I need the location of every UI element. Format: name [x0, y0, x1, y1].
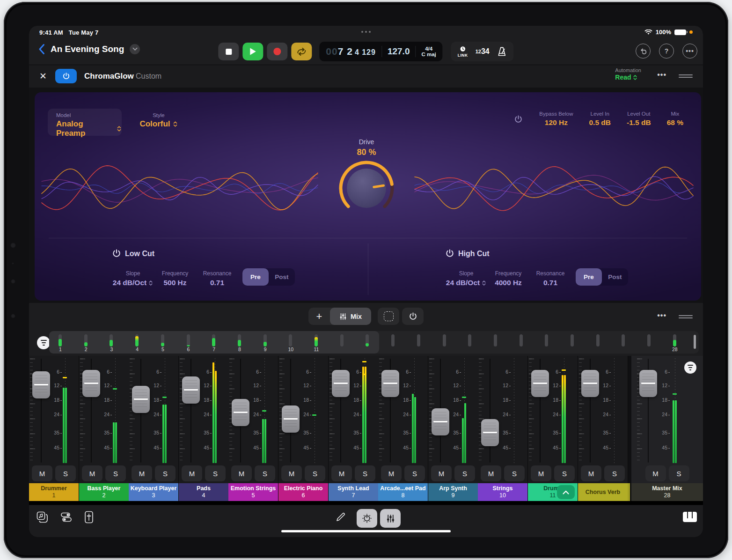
overview-track-meter[interactable]: [110, 334, 113, 346]
solo-button[interactable]: S: [454, 465, 475, 481]
mix-view-button[interactable]: Mix: [330, 308, 371, 325]
metronome-icon[interactable]: [497, 46, 507, 57]
high-cut-frequency-control[interactable]: Frequency 4000 Hz: [485, 270, 532, 287]
overview-track-meter[interactable]: [161, 334, 164, 346]
solo-button[interactable]: S: [604, 465, 625, 481]
plugin-power-button[interactable]: [55, 69, 77, 83]
overview-track-meter[interactable]: [289, 334, 292, 346]
loop-browser-icon[interactable]: [37, 511, 48, 523]
mute-button[interactable]: M: [132, 465, 152, 481]
solo-button[interactable]: S: [155, 465, 176, 481]
play-button[interactable]: [242, 43, 263, 60]
volume-fader[interactable]: [32, 371, 50, 398]
mute-button[interactable]: M: [32, 465, 52, 481]
overview-track-meter[interactable]: [673, 334, 676, 346]
multitask-dots[interactable]: [361, 31, 371, 33]
overview-track-meter[interactable]: [391, 334, 395, 346]
mix-control[interactable]: Mix68 %: [667, 111, 683, 127]
overview-track-meter[interactable]: [84, 334, 88, 346]
solo-button[interactable]: S: [404, 465, 425, 481]
volume-fader[interactable]: [639, 370, 657, 397]
volume-fader[interactable]: [332, 370, 350, 397]
overview-track-meter[interactable]: [315, 334, 318, 346]
overview-track-meter[interactable]: [212, 334, 215, 346]
mixer-controls-button[interactable]: [380, 509, 401, 528]
level-out-control[interactable]: Level Out-1.5 dB: [627, 111, 651, 127]
low-cut-frequency-control[interactable]: Frequency 500 Hz: [152, 270, 198, 287]
post-button[interactable]: Post: [269, 268, 295, 286]
output-section-power-button[interactable]: [514, 115, 523, 124]
overview-track-meter[interactable]: [443, 334, 446, 346]
overview-track-meter[interactable]: [520, 334, 523, 346]
fader-strip-icon[interactable]: [84, 511, 94, 523]
track-name-plate[interactable]: Drummer1: [29, 483, 79, 501]
low-cut-slope-control[interactable]: Slope 24 dB/Oct: [110, 270, 156, 287]
overview-scrollbar[interactable]: [694, 335, 696, 349]
link-button[interactable]: LINK: [458, 46, 468, 58]
overview-track-meter[interactable]: [571, 334, 574, 346]
overview-track-meter[interactable]: [545, 334, 548, 346]
volume-fader[interactable]: [82, 370, 100, 397]
track-name-plate[interactable]: Keyboard Player3: [129, 483, 178, 501]
plugin-preset[interactable]: Custom: [136, 72, 161, 81]
overview-track-meter[interactable]: [417, 334, 420, 346]
solo-button[interactable]: S: [105, 465, 126, 481]
add-track-button[interactable]: +: [308, 308, 330, 325]
low-cut-power-button[interactable]: [112, 249, 121, 258]
smart-controls-button[interactable]: [357, 509, 377, 528]
mixer-filter-button[interactable]: [37, 336, 50, 349]
volume-fader[interactable]: [282, 405, 300, 433]
track-name-plate[interactable]: Emotion Strings5: [228, 483, 278, 501]
track-name-plate[interactable]: Arp Synth9: [428, 483, 478, 501]
mute-button[interactable]: M: [645, 465, 666, 481]
mute-button[interactable]: M: [82, 465, 102, 481]
style-selector[interactable]: Style Colorful: [133, 112, 184, 129]
mute-button[interactable]: M: [381, 465, 402, 481]
mute-button[interactable]: M: [531, 465, 551, 481]
keyboard-icon[interactable]: [682, 511, 697, 523]
track-name-plate[interactable]: Drums11: [528, 483, 578, 501]
solo-button[interactable]: S: [554, 465, 575, 481]
overview-track-meter[interactable]: [647, 334, 651, 346]
automation-control[interactable]: Automation Read: [615, 67, 641, 81]
overview-track-meter[interactable]: [468, 334, 471, 346]
solo-button[interactable]: S: [355, 465, 375, 481]
pre-button[interactable]: Pre: [576, 268, 602, 286]
track-name-plate[interactable]: Pads4: [179, 483, 228, 501]
drive-knob[interactable]: [322, 144, 411, 233]
mute-button[interactable]: M: [281, 465, 302, 481]
solo-button[interactable]: S: [669, 465, 689, 481]
mixer-drag-handle[interactable]: [679, 315, 693, 319]
solo-button[interactable]: S: [255, 465, 275, 481]
track-name-plate[interactable]: Electric Piano6: [278, 483, 328, 501]
marquee-select-button[interactable]: [378, 308, 399, 325]
track-name-plate[interactable]: Bass Player2: [79, 483, 129, 501]
count-in-button[interactable]: 1234: [476, 47, 490, 56]
overview-track-meter[interactable]: [340, 334, 344, 346]
volume-fader[interactable]: [232, 399, 249, 426]
more-options-button[interactable]: •••: [682, 44, 697, 59]
mute-button[interactable]: M: [231, 465, 252, 481]
track-name-plate[interactable]: Synth Lead7: [329, 483, 378, 501]
cycle-button[interactable]: [291, 43, 312, 60]
volume-fader[interactable]: [132, 386, 150, 413]
volume-fader[interactable]: [182, 376, 200, 404]
song-title[interactable]: An Evening Song: [51, 44, 124, 54]
track-controls-icon[interactable]: [60, 511, 72, 523]
high-cut-slope-control[interactable]: Slope 24 dB/Oct: [443, 270, 490, 287]
collapse-track-stack-button[interactable]: [557, 485, 575, 499]
solo-button[interactable]: S: [504, 465, 525, 481]
record-button[interactable]: [267, 43, 287, 60]
mute-button[interactable]: M: [331, 465, 352, 481]
overview-track-meter[interactable]: [135, 334, 139, 346]
plugin-drag-handle[interactable]: [679, 74, 693, 78]
stop-button[interactable]: [218, 43, 239, 60]
close-plugin-button[interactable]: ✕: [39, 71, 47, 81]
level-in-control[interactable]: Level In0.5 dB: [589, 111, 611, 127]
solo-button[interactable]: S: [205, 465, 226, 481]
overview-track-meter[interactable]: [622, 334, 625, 346]
overview-track-meter[interactable]: [494, 334, 497, 346]
mixer-more-button[interactable]: •••: [657, 311, 666, 320]
post-button[interactable]: Post: [602, 268, 628, 286]
low-cut-resonance-control[interactable]: Resonance 0.71: [195, 270, 240, 287]
